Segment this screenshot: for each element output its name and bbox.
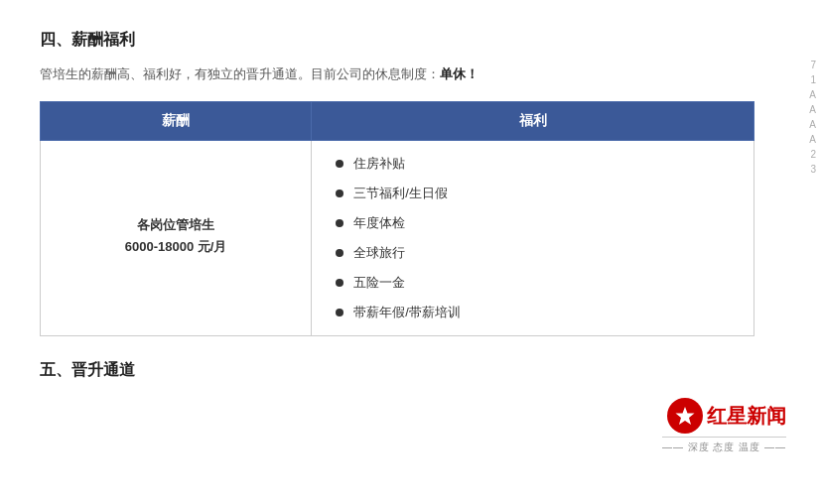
bullet-icon	[336, 309, 343, 316]
salary-range: 6000-18000 元/月	[61, 238, 291, 256]
bullet-icon	[336, 279, 343, 287]
table-body-row: 各岗位管培生 6000-18000 元/月 住房补贴 三节福利/生日假	[41, 140, 754, 335]
benefit-item: 五险一金	[336, 274, 730, 292]
watermark-text: 红星新闻	[707, 403, 786, 430]
svg-marker-0	[676, 407, 695, 425]
salary-benefits-table: 薪酬 福利 各岗位管培生 6000-18000 元/月 住房补贴	[40, 101, 754, 336]
benefit-text-1: 住房补贴	[353, 155, 405, 173]
section5-title: 五、晋升通道	[40, 360, 782, 381]
benefit-item: 带薪年假/带薪培训	[336, 304, 730, 321]
content-area: 四、薪酬福利 管培生的薪酬高、福利好，有独立的晋升通道。目前公司的休息制度：单休…	[0, 0, 822, 401]
intro-highlight: 单休！	[440, 66, 479, 81]
sidebar-num-6: A	[809, 134, 816, 145]
section4-intro: 管培生的薪酬高、福利好，有独立的晋升通道。目前公司的休息制度：单休！	[40, 64, 782, 85]
sidebar-num-4: A	[809, 104, 816, 115]
header-salary: 薪酬	[41, 101, 312, 140]
section4-title: 四、薪酬福利	[40, 30, 782, 51]
benefit-item: 三节福利/生日假	[336, 185, 730, 202]
benefit-text-4: 全球旅行	[353, 244, 405, 262]
bullet-icon	[336, 249, 343, 257]
benefit-text-3: 年度体检	[353, 214, 405, 232]
salary-position: 各岗位管培生	[61, 216, 291, 234]
sidebar-num-2: 1	[809, 74, 816, 85]
sidebar-num-8: 3	[809, 164, 816, 175]
page-container: 四、薪酬福利 管培生的薪酬高、福利好，有独立的晋升通道。目前公司的休息制度：单休…	[0, 0, 822, 504]
benefit-item: 住房补贴	[336, 155, 730, 173]
watermark-logo	[667, 398, 703, 434]
sidebar-numbers: 7 1 A A A A 2 3	[809, 60, 816, 175]
watermark: 红星新闻 —— 深度 态度 温度 ——	[662, 398, 786, 454]
table-header-row: 薪酬 福利	[41, 101, 754, 140]
bullet-icon	[336, 189, 343, 197]
bullet-icon	[336, 160, 343, 168]
header-benefits: 福利	[312, 101, 754, 140]
intro-text: 管培生的薪酬高、福利好，有独立的晋升通道。目前公司的休息制度：	[40, 66, 440, 81]
benefit-text-5: 五险一金	[353, 274, 405, 292]
benefits-cell: 住房补贴 三节福利/生日假 年度体检 全球旅行	[312, 140, 754, 335]
watermark-subtitle: —— 深度 态度 温度 ——	[662, 437, 786, 454]
benefit-text-6: 带薪年假/带薪培训	[353, 304, 461, 321]
sidebar-num-1: 7	[809, 60, 816, 70]
sidebar-num-3: A	[809, 89, 816, 100]
salary-cell: 各岗位管培生 6000-18000 元/月	[41, 140, 312, 335]
benefit-text-2: 三节福利/生日假	[353, 185, 448, 202]
bullet-icon	[336, 219, 343, 227]
benefit-item: 年度体检	[336, 214, 730, 232]
watermark-brand: 红星新闻	[667, 398, 786, 434]
benefit-item: 全球旅行	[336, 244, 730, 262]
sidebar-num-5: A	[809, 119, 816, 130]
sidebar-num-7: 2	[809, 149, 816, 160]
